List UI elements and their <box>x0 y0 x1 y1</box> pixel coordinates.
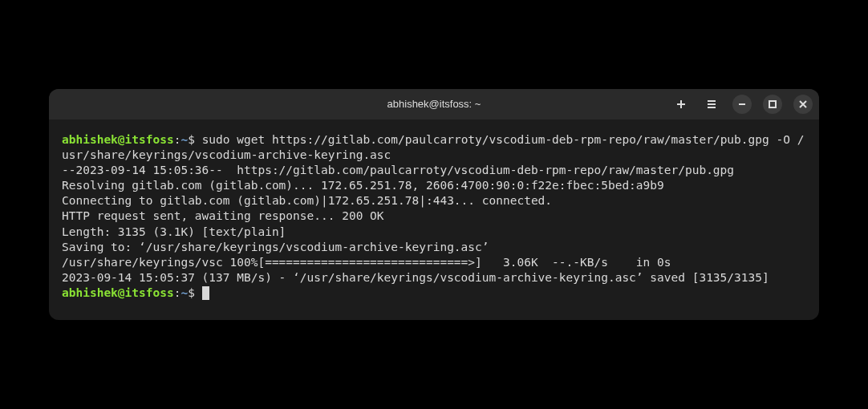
prompt-line-2: abhishek@itsfoss:~$ <box>62 285 806 301</box>
titlebar: abhishek@itsfoss: ~ <box>49 89 819 119</box>
output-line: 2023-09-14 15:05:37 (137 MB/s) - ‘/usr/s… <box>62 270 806 285</box>
terminal-window: abhishek@itsfoss: ~ abhishek@itsfoss:~$ … <box>49 89 819 320</box>
maximize-icon <box>768 99 777 109</box>
output-line: Resolving gitlab.com (gitlab.com)... 172… <box>62 178 806 193</box>
prompt-path: ~ <box>180 286 188 299</box>
svg-rect-0 <box>769 101 776 107</box>
prompt-dollar: $ <box>188 286 195 299</box>
new-tab-button[interactable] <box>671 95 691 114</box>
prompt-user-host: abhishek@itsfoss <box>62 133 174 146</box>
minimize-icon <box>737 99 747 109</box>
output-line: HTTP request sent, awaiting response... … <box>62 209 806 224</box>
output-line: --2023-09-14 15:05:36-- https://gitlab.c… <box>62 163 806 178</box>
minimize-button[interactable] <box>732 95 752 114</box>
prompt-path: ~ <box>180 133 188 146</box>
window-controls <box>671 95 813 114</box>
menu-button[interactable] <box>702 95 721 114</box>
output-line: Length: 3135 (3.1K) [text/plain] <box>62 225 806 240</box>
maximize-button[interactable] <box>763 95 782 114</box>
close-icon <box>798 99 808 109</box>
prompt-user-host: abhishek@itsfoss <box>62 286 174 299</box>
output-line: Connecting to gitlab.com (gitlab.com)|17… <box>62 193 806 209</box>
output-progress-line: /usr/share/keyrings/vsc 100%[===========… <box>62 255 806 270</box>
close-button[interactable] <box>793 95 813 114</box>
prompt-line-1: abhishek@itsfoss:~$ sudo wget https://gi… <box>62 132 806 163</box>
cursor <box>202 286 209 300</box>
output-line: Saving to: ‘/usr/share/keyrings/vscodium… <box>62 240 806 255</box>
window-title: abhishek@itsfoss: ~ <box>387 98 481 110</box>
terminal-body[interactable]: abhishek@itsfoss:~$ sudo wget https://gi… <box>49 119 819 320</box>
plus-icon <box>676 99 686 109</box>
prompt-dollar: $ <box>188 133 195 146</box>
hamburger-icon <box>707 99 716 109</box>
